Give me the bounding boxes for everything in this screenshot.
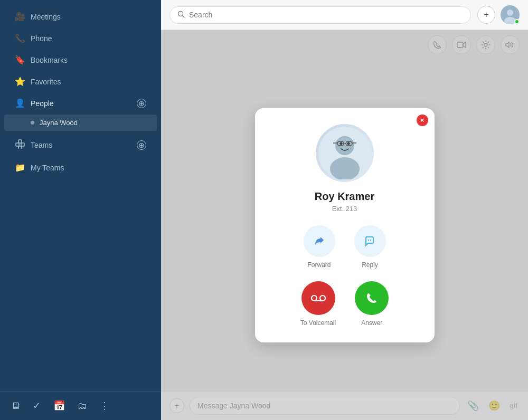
modal-secondary-actions: Forward Reply <box>304 225 386 269</box>
people-icon: 👤 <box>15 98 25 108</box>
sidebar-item-my-teams-label: My Teams <box>31 164 146 172</box>
phone-icon: 📞 <box>15 33 25 43</box>
sidebar-bottom: 🖥 ✓ 📅 🗂 ⋮ <box>0 391 161 420</box>
caller-ext: Ext. 213 <box>332 205 357 213</box>
files-icon[interactable]: 🗂 <box>76 398 89 414</box>
search-input[interactable] <box>189 11 463 19</box>
search-icon <box>177 11 185 20</box>
my-teams-icon: 📁 <box>15 163 25 173</box>
svg-rect-1 <box>21 143 24 146</box>
content-area: ted... Integrate apps + 📎 🙂 gif <box>161 30 528 420</box>
answer-label: Answer <box>361 319 382 327</box>
svg-point-14 <box>330 157 360 179</box>
sidebar-item-phone-label: Phone <box>31 34 146 43</box>
voicemail-button[interactable] <box>301 281 335 315</box>
reply-label: Reply <box>362 261 378 269</box>
sidebar-item-bookmarks-label: Bookmarks <box>31 56 146 64</box>
answer-button[interactable] <box>355 281 389 315</box>
add-button[interactable]: + <box>477 6 495 24</box>
sidebar-item-my-teams[interactable]: 📁 My Teams <box>4 157 157 178</box>
modal-main-actions: To Voicemail Answer <box>300 281 389 327</box>
voicemail-label: To Voicemail <box>300 319 336 327</box>
svg-point-15 <box>340 142 342 145</box>
sidebar-item-phone[interactable]: 📞 Phone <box>4 28 157 49</box>
svg-rect-0 <box>16 143 19 146</box>
voicemail-action[interactable]: To Voicemail <box>300 281 336 327</box>
svg-point-22 <box>367 239 369 240</box>
svg-point-7 <box>507 9 513 16</box>
forward-action[interactable]: Forward <box>304 225 335 269</box>
user-online-dot <box>514 19 520 24</box>
sidebar-item-teams[interactable]: Teams ⊕ <box>4 134 157 156</box>
forward-button[interactable] <box>304 225 335 257</box>
search-bar[interactable] <box>169 6 471 24</box>
reply-action[interactable]: Reply <box>354 225 386 269</box>
caller-avatar <box>316 124 374 182</box>
meetings-icon: 🎥 <box>15 12 25 22</box>
more-icon[interactable]: ⋮ <box>98 398 111 414</box>
caller-name: Roy Kramer <box>315 190 374 203</box>
sidebar-item-teams-label: Teams <box>31 141 131 149</box>
sidebar-nav: 🎥 Meetings 📞 Phone 🔖 Bookmarks ⭐ Favorit… <box>0 0 161 391</box>
sidebar-item-people[interactable]: 👤 People ⊕ <box>4 93 157 113</box>
sidebar-item-meetings-label: Meetings <box>31 13 146 21</box>
tasks-icon[interactable]: ✓ <box>31 398 43 414</box>
sidebar-item-favorites-label: Favorites <box>31 78 146 86</box>
header-actions: + <box>477 5 520 24</box>
user-avatar-wrap[interactable] <box>501 5 520 24</box>
sidebar: 🎥 Meetings 📞 Phone 🔖 Bookmarks ⭐ Favorit… <box>0 0 161 420</box>
call-modal: × <box>255 108 435 342</box>
svg-point-16 <box>347 142 350 145</box>
desktop-icon[interactable]: 🖥 <box>8 398 22 414</box>
svg-line-5 <box>183 15 185 17</box>
forward-label: Forward <box>307 261 331 269</box>
sidebar-item-favorites[interactable]: ⭐ Favorites <box>4 71 157 92</box>
header: + <box>161 0 528 30</box>
answer-action[interactable]: Answer <box>355 281 389 327</box>
bookmarks-icon: 🔖 <box>15 55 25 65</box>
contact-item-label: Jayna Wood <box>40 119 78 127</box>
svg-rect-3 <box>18 146 22 149</box>
teams-add-badge[interactable]: ⊕ <box>137 140 146 150</box>
svg-rect-2 <box>18 140 22 143</box>
contact-status-dot <box>31 121 34 125</box>
svg-point-24 <box>312 295 317 301</box>
call-overlay: × <box>161 30 528 420</box>
reply-button[interactable] <box>354 225 386 257</box>
svg-point-25 <box>320 295 325 301</box>
svg-point-13 <box>335 136 354 155</box>
modal-close-button[interactable]: × <box>417 114 428 126</box>
people-add-badge[interactable]: ⊕ <box>137 99 146 108</box>
sidebar-item-bookmarks[interactable]: 🔖 Bookmarks <box>4 50 157 70</box>
calendar-icon[interactable]: 📅 <box>51 398 67 414</box>
sidebar-item-people-label: People <box>31 99 131 108</box>
main-area: + <box>161 0 528 420</box>
svg-point-23 <box>370 239 371 240</box>
favorites-icon: ⭐ <box>15 77 25 87</box>
sidebar-item-meetings[interactable]: 🎥 Meetings <box>4 6 157 27</box>
teams-icon <box>15 139 25 151</box>
contact-item-jayna[interactable]: Jayna Wood <box>4 114 157 131</box>
